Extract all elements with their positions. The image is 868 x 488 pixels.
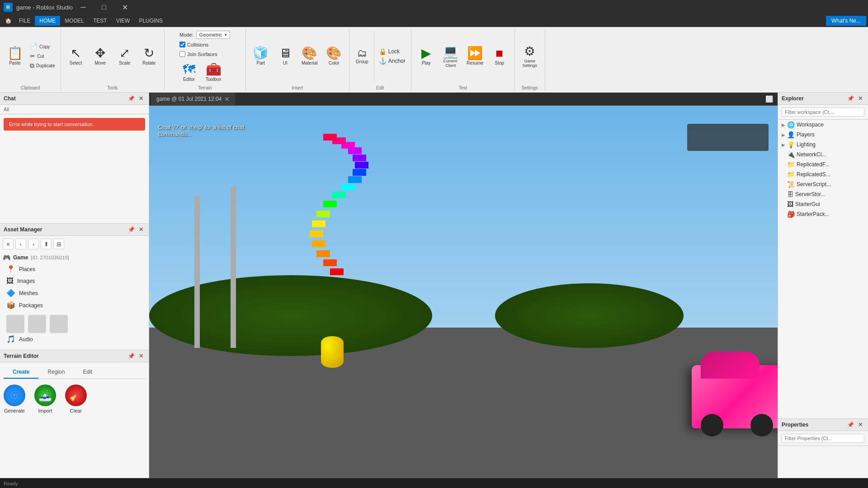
- move-button[interactable]: ✥ Move: [89, 45, 112, 67]
- asset-menu-button[interactable]: ≡: [3, 239, 14, 249]
- explorer-item-serverscript[interactable]: ▶ 📜 ServerScript...: [778, 179, 868, 189]
- terrain-tab-edit[interactable]: Edit: [74, 366, 101, 379]
- properties-pin-button[interactable]: 📌: [846, 421, 854, 429]
- cut-button[interactable]: ✂ Cut: [28, 52, 57, 61]
- restore-button[interactable]: □: [94, 0, 114, 14]
- explorer-item-serverstorage[interactable]: ▶ 🗄 ServerStor...: [778, 189, 868, 199]
- explorer-item-startergui[interactable]: ▶ 🖼 StarterGui: [778, 199, 868, 209]
- asset-close-button[interactable]: ✕: [137, 225, 145, 234]
- explorer-header: Explorer 📌 ✕: [778, 93, 868, 105]
- chat-pin-button[interactable]: 📌: [127, 94, 135, 103]
- asset-back-button[interactable]: ‹: [15, 239, 26, 249]
- properties-header: Properties 📌 ✕: [778, 419, 868, 431]
- ribbon-insert-group: 🧊 Part 🖥 UI 🎨 Material 🎨 Color Insert: [246, 29, 349, 90]
- explorer-filter-input[interactable]: [782, 108, 864, 117]
- asset-packages[interactable]: 📦 Packages: [3, 299, 146, 311]
- asset-grid-button[interactable]: ⊞: [53, 239, 64, 249]
- game-view[interactable]: Chat '/?' or '/help' for a list of chat …: [149, 106, 778, 488]
- generate-tool[interactable]: 🌀 Generate: [4, 385, 25, 413]
- terrain-close-button[interactable]: ✕: [137, 352, 145, 360]
- viewport-tab-label: game @ 01 Jul 2021 12:04: [156, 96, 222, 102]
- asset-audio[interactable]: 🎵 Audio: [3, 333, 146, 345]
- edit-label: Edit: [376, 84, 384, 90]
- mode-dropdown[interactable]: Geometric ▾: [196, 31, 231, 39]
- lock-button[interactable]: 🔒 Lock: [377, 47, 407, 56]
- svg-rect-12: [355, 162, 368, 169]
- chat-title: Chat: [4, 95, 16, 102]
- asset-places[interactable]: 📍 Places: [3, 263, 146, 275]
- game-settings-button[interactable]: ⚙ GameSettings: [519, 43, 541, 70]
- group-button[interactable]: 🗂 Group: [353, 47, 371, 66]
- join-surfaces-checkbox[interactable]: [179, 51, 185, 57]
- menu-home[interactable]: HOME: [35, 16, 60, 26]
- chat-close-button[interactable]: ✕: [137, 94, 145, 103]
- stop-button[interactable]: ■ Stop: [488, 45, 511, 67]
- close-button[interactable]: ✕: [114, 0, 135, 14]
- explorer-pin-button[interactable]: 📌: [846, 94, 854, 103]
- asset-game-row: 🎮 Game [ID: 2701035019]: [3, 252, 146, 263]
- workspace-icon: 🌐: [787, 121, 795, 128]
- left-panel: Chat 📌 ✕ All Error while trying to start…: [0, 93, 149, 488]
- viewport-maximize-button[interactable]: ⬜: [763, 94, 776, 103]
- toolbox-button[interactable]: 🧰 Toolbox: [202, 61, 225, 84]
- editor-button[interactable]: 🗺 Editor: [178, 61, 200, 84]
- copy-icon: 📄: [30, 43, 38, 50]
- svg-rect-0: [330, 268, 344, 275]
- explorer-item-workspace[interactable]: ▶ 🌐 Workspace: [778, 120, 868, 130]
- svg-rect-6: [316, 211, 330, 217]
- ui-button[interactable]: 🖥 UI: [274, 45, 297, 67]
- duplicate-button[interactable]: ⧉ Duplicate: [28, 61, 57, 70]
- select-button[interactable]: ↖ Select: [65, 45, 87, 67]
- paste-button[interactable]: 📋 Paste: [4, 45, 26, 67]
- menu-view[interactable]: VIEW: [112, 16, 135, 26]
- color-button[interactable]: 🎨 Color: [323, 45, 345, 67]
- asset-forward-button[interactable]: ›: [28, 239, 39, 249]
- explorer-item-players[interactable]: ▶ 👤 Players: [778, 130, 868, 140]
- whats-new-button[interactable]: What's Ne...: [826, 16, 866, 26]
- scale-button[interactable]: ⤢ Scale: [113, 45, 136, 67]
- networkclient-icon: 🔌: [787, 151, 795, 158]
- explorer-item-lighting[interactable]: ▶ 💡 Lighting: [778, 140, 868, 150]
- terrain-tab-region[interactable]: Region: [38, 366, 74, 379]
- asset-meshes[interactable]: 🔷 Meshes: [3, 287, 146, 299]
- viewport-tab[interactable]: game @ 01 Jul 2021 12:04 ✕: [151, 93, 235, 105]
- asset-images[interactable]: 🖼 Images: [3, 275, 146, 287]
- explorer-close-button[interactable]: ✕: [856, 94, 864, 103]
- part-button[interactable]: 🧊 Part: [250, 45, 272, 67]
- terrain-pin-button[interactable]: 📌: [127, 352, 135, 360]
- collisions-checkbox[interactable]: [179, 42, 185, 47]
- material-button[interactable]: 🎨 Material: [298, 45, 321, 67]
- properties-filter-input[interactable]: [782, 434, 864, 443]
- asset-upload-button[interactable]: ⬆: [41, 239, 52, 249]
- viewport-tab-close[interactable]: ✕: [224, 95, 230, 103]
- asset-pin-button[interactable]: 📌: [127, 225, 135, 234]
- chat-all-tab[interactable]: All: [0, 105, 149, 114]
- svg-rect-3: [312, 240, 326, 247]
- menu-model[interactable]: MODEL: [60, 16, 89, 26]
- clear-tool[interactable]: 🧹 Clear: [65, 385, 87, 413]
- explorer-title: Explorer: [782, 95, 804, 102]
- menu-test[interactable]: TEST: [89, 16, 112, 26]
- rotate-button[interactable]: ↻ Rotate: [138, 45, 160, 67]
- explorer-item-replicatedf[interactable]: ▶ 📁 ReplicatedF...: [778, 160, 868, 169]
- import-tool[interactable]: 🗻 Import: [34, 385, 56, 413]
- resume-button[interactable]: ⏩ Resume: [464, 45, 486, 67]
- anchor-button[interactable]: ⚓ Anchor: [377, 56, 407, 66]
- game-ui-overlay: [687, 124, 769, 151]
- ribbon: 📋 Paste 📄 Copy ✂ Cut ⧉ Duplicate Clipboa…: [0, 27, 868, 93]
- terrain-tab-create[interactable]: Create: [4, 366, 38, 379]
- minimize-button[interactable]: ─: [73, 0, 94, 14]
- play-button[interactable]: ▶ Play: [415, 45, 438, 67]
- rainbow-stairs: [217, 119, 443, 300]
- explorer-item-networkclient[interactable]: ▶ 🔌 NetworkCl...: [778, 150, 868, 160]
- properties-close-button[interactable]: ✕: [856, 421, 864, 429]
- svg-rect-10: [348, 176, 362, 183]
- menu-file[interactable]: FILE: [14, 16, 35, 26]
- explorer-item-starterpack[interactable]: ▶ 🎒 StarterPack...: [778, 209, 868, 219]
- menu-plugins[interactable]: PLUGINS: [134, 16, 167, 26]
- explorer-item-replicateds[interactable]: ▶ 📁 ReplicatedS...: [778, 169, 868, 179]
- copy-button[interactable]: 📄 Copy: [28, 42, 57, 51]
- join-surfaces-label: Join Surfaces: [187, 52, 217, 57]
- current-client-button[interactable]: 💻 Current:Client: [439, 43, 462, 70]
- toolbox-icon: 🧰: [206, 63, 222, 76]
